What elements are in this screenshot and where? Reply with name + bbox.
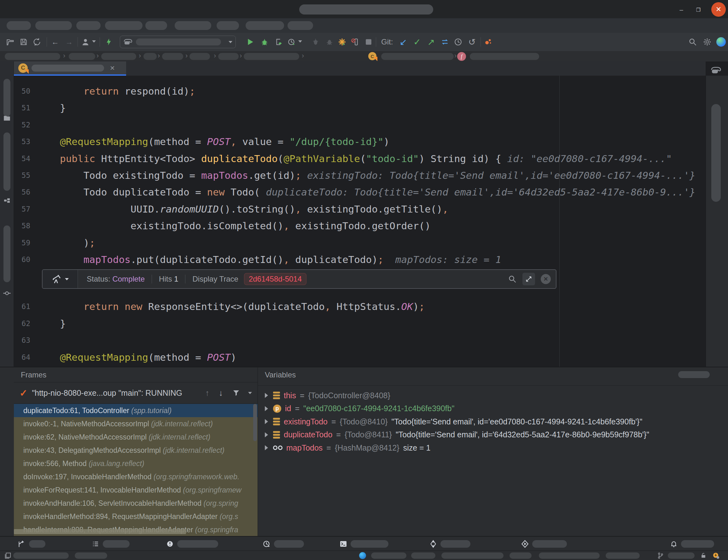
variable-row-duplicateTodo[interactable]: duplicateTodo={Todo@8411}"Todo{title='Se… xyxy=(265,428,649,441)
breadcrumb-item-redacted[interactable] xyxy=(244,53,299,60)
debug-icon[interactable] xyxy=(259,37,270,47)
maximize-button[interactable]: ❐ xyxy=(693,4,704,15)
back-icon[interactable]: ← xyxy=(50,37,61,47)
stripe-item-redacted[interactable] xyxy=(711,104,721,202)
debug-toolwindow-icon[interactable] xyxy=(16,539,26,549)
line-number[interactable]: 59 xyxy=(14,234,30,251)
git-update-icon[interactable]: ↙ xyxy=(398,37,409,47)
frame-row[interactable]: invoke:43, DelegatingMethodAccessorImpl … xyxy=(14,444,258,457)
line-number[interactable]: 58 xyxy=(14,217,30,234)
menu-item-redacted[interactable] xyxy=(76,21,101,30)
editor-tab-active[interactable]: C ✕ xyxy=(14,61,126,76)
endpoints-icon[interactable] xyxy=(428,539,438,549)
menu-item-redacted[interactable] xyxy=(145,21,167,30)
space-graph-icon[interactable] xyxy=(483,37,494,47)
line-number[interactable]: 63 xyxy=(14,332,30,349)
breadcrumb-item-redacted[interactable] xyxy=(381,53,454,60)
frames-list[interactable]: duplicateTodo:61, TodoController (spp.tu… xyxy=(14,404,258,537)
line-number[interactable]: 50 xyxy=(14,83,30,100)
run-config-combo[interactable] xyxy=(120,36,236,48)
problems-icon[interactable] xyxy=(165,539,175,549)
code-editor[interactable]: Status: Complete Hits 1 Display Trace 2d… xyxy=(14,76,706,367)
history-icon[interactable] xyxy=(453,37,463,47)
frame-down-icon[interactable]: ↓ xyxy=(219,388,223,398)
code-line-60[interactable]: 60 mapTodos.put(duplicateTodo.getId(), d… xyxy=(14,251,706,268)
expand-caret-icon[interactable] xyxy=(265,419,268,424)
status-item-redacted[interactable] xyxy=(539,552,600,559)
menu-item-redacted[interactable] xyxy=(175,21,211,30)
variables-toolbar-redacted[interactable] xyxy=(678,371,710,378)
frame-row[interactable]: invoke0:-1, NativeMethodAccessorImpl (jd… xyxy=(14,417,258,430)
sync-icon[interactable] xyxy=(32,37,42,47)
todo-list-icon[interactable] xyxy=(91,539,100,549)
tab-close-icon[interactable]: ✕ xyxy=(110,64,115,72)
code-line-55[interactable]: 55 Todo existingTodo = mapTodos.get(id);… xyxy=(14,167,706,184)
status-item-redacted[interactable] xyxy=(13,552,69,559)
line-number[interactable]: 52 xyxy=(14,116,30,133)
user-profile-icon[interactable] xyxy=(80,37,91,47)
frames-filter-icon[interactable] xyxy=(232,389,240,397)
commit-icon[interactable] xyxy=(2,289,12,298)
expand-caret-icon[interactable] xyxy=(265,406,268,411)
notifications-bell-icon[interactable] xyxy=(669,539,678,549)
line-number[interactable]: 60 xyxy=(14,251,30,268)
git-branch-icon[interactable] xyxy=(656,551,665,560)
menu-item-redacted[interactable] xyxy=(7,21,31,30)
breadcrumb-item-redacted[interactable] xyxy=(143,53,157,60)
line-number[interactable]: 51 xyxy=(14,99,30,116)
trace-tool-selector[interactable] xyxy=(43,270,78,288)
thread-selector[interactable]: ✓ "http-nio-8080-exe...oup "main": RUNNI… xyxy=(14,382,258,404)
variable-row-existingTodo[interactable]: existingTodo={Todo@8410}"Todo{title='Sen… xyxy=(265,415,642,428)
breadcrumb-item-redacted[interactable] xyxy=(101,53,136,60)
code-line-64[interactable]: 64@RequestMapping(method = POST) xyxy=(14,349,706,366)
status-item-redacted[interactable] xyxy=(371,552,406,559)
stripe-item-redacted[interactable] xyxy=(3,225,10,282)
line-number[interactable]: 57 xyxy=(14,201,30,218)
code-line-51[interactable]: 51} xyxy=(14,99,706,116)
code-line-53[interactable]: 53@RequestMapping(method = POST, value =… xyxy=(14,133,706,150)
variable-row-mapTodos[interactable]: mapTodos={HashMap@8412}size = 1 xyxy=(265,441,431,454)
line-number[interactable]: 53 xyxy=(14,133,30,150)
user-dropdown-caret[interactable] xyxy=(92,40,96,43)
toolwindow-button-redacted[interactable] xyxy=(681,540,714,548)
expand-caret-icon[interactable] xyxy=(265,393,268,398)
search-icon[interactable] xyxy=(687,37,698,47)
trace-close-icon[interactable]: ✕ xyxy=(541,274,551,284)
coverage-icon[interactable] xyxy=(273,37,284,47)
frame-row[interactable]: duplicateTodo:61, TodoController (spp.tu… xyxy=(14,404,258,417)
menu-item-redacted[interactable] xyxy=(288,21,313,30)
code-line-56[interactable]: 56 Todo duplicateTodo = new Todo( duplic… xyxy=(14,184,706,201)
expand-caret-icon[interactable] xyxy=(265,432,268,437)
update-available-icon[interactable] xyxy=(712,551,720,560)
frame-row[interactable]: invokeForRequest:141, InvocableHandlerMe… xyxy=(14,483,258,497)
toolwindow-button-redacted[interactable] xyxy=(177,540,218,548)
frame-row[interactable]: doInvoke:197, InvocableHandlerMethod (or… xyxy=(14,470,258,483)
breadcrumb-item-redacted[interactable] xyxy=(5,53,60,60)
variable-row-id[interactable]: pid="ee0d7080-c167-4994-9241-1c4b6fe390f… xyxy=(265,402,454,415)
git-commit-icon[interactable]: ✓ xyxy=(412,37,422,47)
stripe-item-redacted[interactable] xyxy=(3,79,10,117)
profiler-toolwindow-icon[interactable] xyxy=(262,539,271,549)
status-item-redacted[interactable] xyxy=(510,552,532,559)
frame-row[interactable]: invoke:566, Method (java.lang.reflect) xyxy=(14,457,258,470)
frame-row[interactable]: invokeHandlerMethod:894, RequestMappingH… xyxy=(14,510,258,523)
terminal-icon[interactable] xyxy=(339,539,348,549)
stripe-item-redacted[interactable] xyxy=(3,132,10,191)
minimize-button[interactable]: – xyxy=(676,4,687,15)
status-item-redacted[interactable] xyxy=(606,552,640,559)
line-number[interactable]: 64 xyxy=(14,349,30,366)
line-number[interactable]: 61 xyxy=(14,298,30,315)
forward-icon[interactable]: → xyxy=(64,37,74,47)
code-line-61[interactable]: 61 return new ResponseEntity<>(duplicate… xyxy=(14,298,706,315)
status-item-redacted[interactable] xyxy=(668,552,695,559)
trace-search-icon[interactable] xyxy=(508,275,517,283)
code-line-59[interactable]: 59 ); xyxy=(14,234,706,251)
status-item-redacted[interactable] xyxy=(411,552,435,559)
variable-row-this[interactable]: this={TodoController@8408} xyxy=(265,389,390,402)
profiler-dropdown-caret[interactable] xyxy=(298,40,302,43)
code-line-54[interactable]: 54public HttpEntity<Todo> duplicateTodo(… xyxy=(14,150,706,167)
layout-panels-icon[interactable] xyxy=(4,551,12,560)
toolwindow-button-redacted[interactable] xyxy=(532,540,567,548)
code-line-52[interactable]: 52 xyxy=(14,116,706,133)
expand-caret-icon[interactable] xyxy=(265,445,268,450)
